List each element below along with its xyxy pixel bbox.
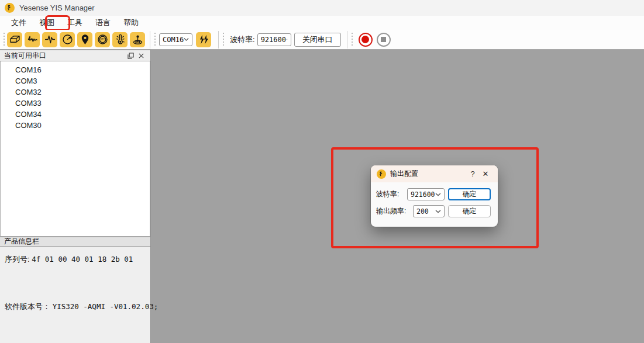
record-button[interactable]	[359, 33, 373, 47]
software-version-label: 软件版本号：	[5, 302, 50, 311]
title-bar: Yesense YIS Manager	[0, 0, 644, 16]
stop-button[interactable]	[377, 33, 391, 47]
menu-file[interactable]: 文件	[5, 16, 33, 30]
product-info-body: 序列号: 4f 01 00 40 01 18 2b 01 软件版本号： YIS3…	[0, 247, 150, 312]
dock-float-icon[interactable]	[125, 51, 136, 60]
software-version-value: YIS320 -AQMI -V01.02.03;	[53, 302, 159, 311]
serial-ports-dock: 当前可用串口 COM16 COM3 COM32 COM33 COM34 COM3…	[0, 50, 151, 343]
utc-clock-button[interactable]: UTC	[95, 32, 110, 47]
toolbar-grip[interactable]	[222, 33, 225, 47]
port-list-item[interactable]: COM16	[1, 64, 150, 75]
menu-language[interactable]: 语言	[89, 16, 117, 30]
port-list: COM16 COM3 COM32 COM33 COM34 COM30	[0, 61, 150, 237]
software-version-line: 软件版本号： YIS320 -AQMI -V01.02.03;	[5, 302, 146, 312]
toolbar-grip[interactable]	[154, 33, 157, 47]
cube-3d-icon	[9, 33, 21, 46]
toolbar: UTC COM16	[0, 30, 644, 50]
chevron-down-icon	[286, 37, 288, 41]
dialog-baud-label: 波特率:	[376, 189, 399, 199]
menu-view[interactable]: 视图	[33, 16, 61, 30]
angle-waveform-button[interactable]	[25, 32, 40, 47]
baud-rate-value: 921600	[261, 36, 286, 44]
dialog-frequency-select[interactable]: 200	[413, 205, 445, 217]
stop-icon	[381, 37, 386, 42]
product-info-header: 产品信息栏	[0, 237, 150, 247]
dialog-frequency-value: 200	[416, 207, 429, 216]
dialog-frequency-ok-button[interactable]: 确定	[448, 205, 491, 217]
dialog-baud-ok-button[interactable]: 确定	[448, 188, 491, 200]
baud-rate-select[interactable]: 921600	[257, 33, 291, 46]
menu-bar: 文件 视图 工具 语言 帮助	[0, 16, 644, 30]
toolbar-separator	[150, 31, 150, 48]
dock-header: 当前可用串口	[0, 50, 150, 61]
joystick-icon	[132, 33, 144, 46]
dialog-baud-select[interactable]: 921600	[407, 188, 445, 200]
refresh-bolts-icon	[198, 33, 210, 46]
serial-number-label: 序列号:	[5, 255, 30, 264]
close-serial-button[interactable]: 关闭串口	[294, 33, 341, 47]
chevron-down-icon	[184, 37, 189, 41]
baud-rate-row: 波特率: 921600 确定	[371, 189, 498, 199]
serial-number-line: 序列号: 4f 01 00 40 01 18 2b 01	[5, 254, 146, 265]
app-window: Yesense YIS Manager 文件 视图 工具 语言 帮助	[0, 0, 644, 343]
thermometer-button[interactable]	[112, 32, 128, 47]
port-list-item[interactable]: COM3	[1, 75, 150, 86]
toolbar-separator	[218, 31, 219, 48]
refresh-ports-button[interactable]	[196, 32, 211, 47]
pulse-waveform-icon	[44, 33, 56, 46]
gauge-icon	[61, 33, 74, 46]
serial-number-value: 4f 01 00 40 01 18 2b 01	[32, 255, 133, 264]
port-list-item[interactable]: COM33	[1, 98, 150, 109]
dialog-title-bar: 输出配置 ? ✕	[371, 165, 498, 182]
svg-text:UTC: UTC	[99, 38, 105, 41]
dialog-close-icon[interactable]: ✕	[479, 169, 492, 178]
toolbar-grip[interactable]	[3, 33, 6, 47]
app-logo-icon	[5, 3, 15, 13]
output-frequency-row: 输出频率: 200 确定	[371, 206, 498, 216]
dialog-frequency-label: 输出频率:	[376, 206, 406, 216]
location-pin-button[interactable]	[77, 32, 92, 47]
gauge-button[interactable]	[60, 32, 75, 47]
output-config-dialog: 输出配置 ? ✕ 波特率: 921600 确定 输出频率: 200 确定	[371, 165, 498, 227]
com-port-select[interactable]: COM16	[159, 33, 192, 46]
dialog-title: 输出配置	[390, 169, 466, 179]
toolbar-separator	[347, 31, 347, 48]
angle-waveform-icon	[26, 33, 39, 46]
port-list-item[interactable]: COM32	[1, 86, 150, 98]
cube-3d-button[interactable]	[7, 32, 22, 47]
port-list-item[interactable]: COM34	[1, 109, 150, 120]
joystick-button[interactable]	[130, 32, 145, 47]
location-pin-icon	[79, 33, 91, 46]
menu-help[interactable]: 帮助	[117, 16, 145, 30]
utc-clock-icon: UTC	[97, 33, 109, 46]
thermometer-icon	[114, 33, 126, 46]
toolbar-grip[interactable]	[351, 33, 354, 47]
pulse-waveform-button[interactable]	[42, 32, 57, 47]
record-icon	[361, 36, 369, 43]
com-port-value: COM16	[163, 36, 184, 44]
port-list-item[interactable]: COM30	[1, 120, 150, 131]
baud-rate-label: 波特率:	[230, 34, 255, 45]
menu-tools[interactable]: 工具	[61, 16, 89, 30]
dialog-baud-value: 921600	[411, 190, 435, 199]
window-title: Yesense YIS Manager	[19, 4, 95, 12]
dock-close-icon[interactable]	[136, 51, 146, 60]
chevron-down-icon	[435, 210, 441, 213]
chevron-down-icon	[435, 193, 441, 196]
dialog-app-logo-icon	[377, 169, 386, 179]
dock-title: 当前可用串口	[4, 51, 125, 61]
dialog-help-button[interactable]: ?	[466, 169, 479, 178]
